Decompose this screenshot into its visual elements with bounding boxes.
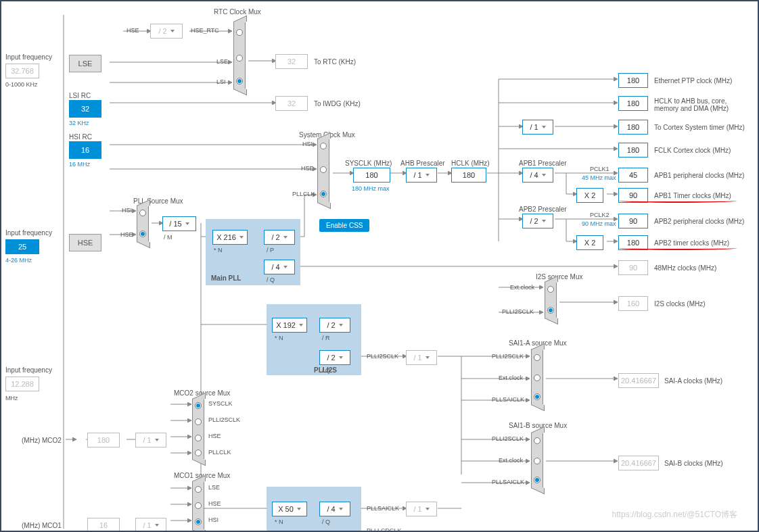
out-apb2p-l: APB2 peripheral clocks (MHz) [654,218,744,225]
rtc-mux-title: RTC Clock Mux [214,8,261,16]
sai1a-mux[interactable] [531,349,543,405]
sai1b-plli2s: PLLI2SCLK [492,435,524,442]
plli2s-rl: / R [322,335,330,341]
iwdg-lbl: To IWDG (KHz) [314,100,361,107]
apb1-max: 45 MHz max [582,174,616,181]
mco2-pllclk: PLLCLK [208,449,231,456]
sysmux-hse: HSE [301,165,314,172]
mco1-hsi: HSI [208,516,218,523]
sysmux-hsi: HSI [302,141,313,147]
out-apb2p: 90 [618,214,648,228]
lse-range: 0-1000 KHz [5,81,38,88]
pllsai-out2: PLLLCDCLK [367,527,402,532]
plli2s-out: PLLI2SCLK [367,353,398,360]
mainpll-ql: / Q [267,276,275,283]
out-systick-l: To Cortex System timer (MHz) [654,124,745,131]
out-saia: 20.416667 [618,373,659,388]
pllsrc-hse: HSE [120,231,133,238]
sai1b-pllsai: PLLSAICLK [492,479,524,485]
sai1b-title: SAI1-B source Mux [509,422,567,429]
pllsai-div[interactable]: / 1 [406,502,437,516]
iwdg-out: 32 [275,96,308,111]
rtc-mux[interactable] [233,22,246,89]
hse-freq-input[interactable]: 25 [5,239,39,254]
apb2-pclk: PCLK2 [590,212,610,218]
out-fclk-l: FCLK Cortex clock (MHz) [654,147,731,154]
mco1-div[interactable]: / 1 [135,518,166,532]
sysclk-lbl: SYSCLK (MHz) [345,160,392,167]
rtc-lse: LSE [216,58,228,65]
sysmux[interactable] [317,139,329,203]
mco2-val: 180 [87,433,120,448]
apb1-div[interactable]: / 4 [522,168,553,183]
hse-source[interactable]: HSE [69,234,101,251]
mainpll-q[interactable]: / 4 [264,260,295,274]
sai1b-mux[interactable] [531,433,543,488]
out-i2s: 160 [618,296,648,311]
lse-freq-input[interactable]: 32.768 [5,64,39,78]
sai-div[interactable]: / 1 [406,350,437,365]
apb2-div[interactable]: / 2 [522,214,553,228]
out-systick: 180 [618,120,648,135]
apb1-pclk: PCLK1 [590,166,610,172]
out-i2s-l: I2S clocks (MHz) [654,300,706,308]
plli2s-ql: / Q [322,367,330,374]
enable-css-btn[interactable]: Enable CSS [319,219,369,232]
out-saia-l: SAI-A clocks (MHz) [664,377,722,385]
pll-divm-lbl: / M [164,234,172,241]
mco2-plli2s: PLLI2SCLK [208,416,240,423]
pllsrc-mux[interactable] [137,205,149,242]
cortex-div[interactable]: / 1 [522,120,553,135]
mco1-mux[interactable] [192,481,204,530]
out-hclk: 180 [618,96,648,111]
mco1-lbl: (MHz) MCO1 [22,522,62,529]
out-apb1p: 45 [618,168,648,183]
i2smux-ext: Ext.clock [510,284,534,291]
i2s-unit: MHz [5,395,18,402]
lsi-label: LSI RC [69,92,91,99]
plli2s-q[interactable]: / 2 [319,350,350,365]
plli2s-nl: * N [275,335,283,341]
pllsai-q[interactable]: / 4 [319,502,350,516]
ahb-lbl: AHB Prescaler [400,160,445,167]
mco2-lbl: (MHz) MCO2 [22,437,62,444]
out-saib-l: SAI-B clocks (MHz) [664,460,723,467]
i2s-freq-label: Input frequency [5,366,52,374]
mco1-hse: HSE [208,500,221,507]
sai1a-ext: Ext.clock [499,374,523,381]
hse-range: 4-26 MHz [5,257,32,264]
out-fclk: 180 [618,143,648,158]
mco2-mux[interactable] [192,399,204,460]
rtc-out: 32 [275,54,308,69]
out-eth-l: Ethernet PTP clock (MHz) [654,77,732,84]
pllsai-n[interactable]: X 50 [272,502,307,516]
apb1-lbl: APB1 Prescaler [519,160,567,167]
i2smux[interactable] [545,282,557,318]
mco1-val: 16 [87,518,120,532]
mainpll-n[interactable]: X 216 [212,230,248,245]
apb2-max: 90 MHz max [582,220,616,227]
mco2-sysclk: SYSCLK [208,400,233,407]
plli2s-n[interactable]: X 192 [272,318,307,333]
out-apb1p-l: APB1 peripheral clocks (MHz) [654,172,744,179]
apb2-timx: X 2 [576,235,603,250]
sysclk-max: 180 MHz max [352,185,390,192]
ahb-div[interactable]: / 1 [406,168,437,183]
sai1a-pllsai: PLLSAICLK [492,396,524,403]
sai1b-ext: Ext.clock [499,457,523,464]
lse-freq-label: Input frequency [5,53,52,61]
rtc-hse-div[interactable]: / 2 [150,24,183,39]
pllsai-out: PLLSAICLK [367,505,399,512]
i2s-freq-input[interactable]: 12.288 [5,377,39,391]
sai1a-plli2s: PLLI2SCLK [492,353,524,360]
lse-source[interactable]: LSE [69,55,101,72]
mco2-div[interactable]: / 1 [135,433,166,448]
mainpll-pl: / P [267,247,274,253]
main-pll-title: Main PLL [211,274,241,282]
plli2s-r[interactable]: / 2 [319,318,350,333]
sysclk-val[interactable]: 180 [353,168,390,183]
mainpll-p[interactable]: / 2 [264,230,295,245]
apb1-timx: X 2 [576,188,603,203]
pll-divm[interactable]: / 15 [162,216,196,231]
out-48mhz: 90 [618,260,648,275]
